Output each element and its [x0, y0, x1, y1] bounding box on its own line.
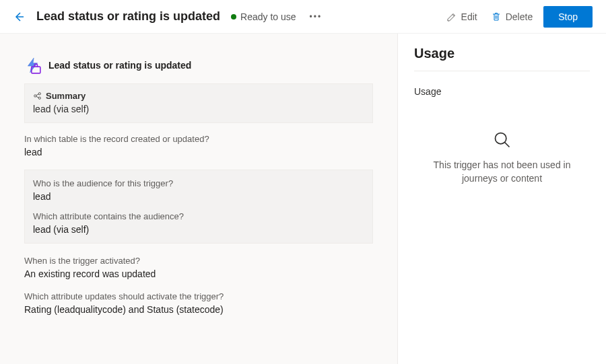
- question-activation: When is the trigger activated? An existi…: [24, 256, 373, 279]
- more-menu-icon[interactable]: •••: [310, 12, 323, 22]
- status-dot-icon: [231, 14, 236, 20]
- trigger-name: Lead status or rating is updated: [48, 60, 191, 71]
- left-pane: Lead status or rating is updated Summary…: [0, 34, 397, 364]
- audience-box: Who is the audience for this trigger? le…: [24, 170, 373, 244]
- lightning-icon: [24, 57, 42, 74]
- status-pill: Ready to use: [231, 11, 296, 22]
- body: Lead status or rating is updated Summary…: [0, 34, 606, 364]
- stop-button[interactable]: Stop: [543, 6, 593, 28]
- question-label: Which attribute contains the audience?: [33, 211, 364, 221]
- share-icon: [33, 92, 42, 100]
- usage-title: Usage: [414, 46, 590, 71]
- usage-subtitle: Usage: [414, 86, 590, 97]
- question-table: In which table is the record created or …: [24, 134, 373, 157]
- question-label: When is the trigger activated?: [24, 256, 373, 266]
- summary-value: lead (via self): [33, 104, 364, 114]
- delete-label: Delete: [506, 11, 533, 22]
- summary-label-row: Summary: [33, 91, 86, 101]
- question-label: Which attribute updates should activate …: [24, 291, 373, 301]
- summary-box: Summary lead (via self): [24, 83, 373, 123]
- edit-label: Edit: [461, 11, 477, 22]
- status-label: Ready to use: [240, 11, 296, 22]
- usage-empty-text: This trigger has not been used in journe…: [414, 159, 590, 185]
- summary-label: Summary: [46, 91, 86, 101]
- stop-label: Stop: [558, 11, 578, 22]
- edit-button[interactable]: Edit: [440, 7, 484, 26]
- question-value: Rating (leadqualitycode) and Status (sta…: [24, 304, 373, 315]
- question-value: lead: [33, 191, 364, 202]
- svg-point-1: [34, 95, 36, 97]
- usage-empty-state: This trigger has not been used in journe…: [414, 131, 590, 185]
- trigger-header: Lead status or rating is updated: [24, 54, 373, 83]
- question-value: lead: [24, 147, 373, 157]
- question-label: Who is the audience for this trigger?: [33, 178, 364, 188]
- svg-point-4: [495, 133, 506, 144]
- header-bar: Lead status or rating is updated Ready t…: [0, 0, 606, 34]
- question-audience: Who is the audience for this trigger? le…: [33, 178, 364, 202]
- question-value: lead (via self): [33, 224, 364, 235]
- page-title: Lead status or rating is updated: [36, 9, 220, 24]
- magnifier-icon: [493, 131, 512, 149]
- trash-icon: [491, 11, 502, 22]
- delete-button[interactable]: Delete: [484, 7, 539, 26]
- pencil-icon: [446, 11, 457, 22]
- question-attribute-audience: Which attribute contains the audience? l…: [33, 211, 364, 235]
- question-label: In which table is the record created or …: [24, 134, 373, 144]
- svg-point-3: [38, 97, 40, 99]
- question-attributes-trigger: Which attribute updates should activate …: [24, 291, 373, 315]
- svg-point-2: [38, 93, 40, 95]
- right-pane: Usage Usage This trigger has not been us…: [397, 34, 606, 364]
- back-arrow-icon[interactable]: [13, 11, 24, 22]
- question-value: An existing record was updated: [24, 268, 373, 279]
